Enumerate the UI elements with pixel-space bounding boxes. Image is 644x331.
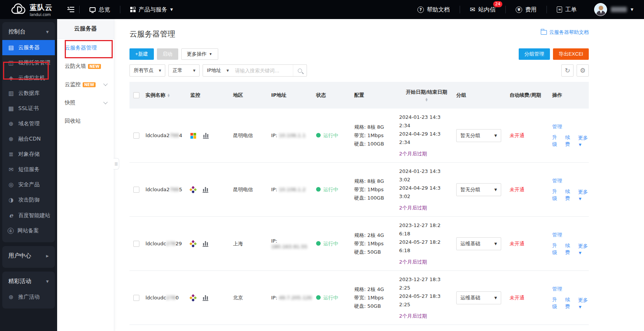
cell-operations: 管理升级续费更多▼ [552,232,593,256]
row-checkbox[interactable] [133,295,139,301]
renew-link[interactable]: 续费 [565,188,574,202]
sidebar-item-virtual-host[interactable]: ◈云虚拟主机 [2,70,55,86]
instance-name[interactable]: ldclouda27995 [145,187,182,192]
row-checkbox[interactable] [133,133,139,139]
sidebar-item-label: 网站备案 [18,227,39,234]
cell-operations: 管理升级续费更多▼ [552,123,593,148]
chevron-down-icon [103,82,107,86]
search-group: IP地址 ▼ [203,64,307,77]
table-header: 实例名称▲▼ 监控 地区 IP地址 状态 配置 开始日期/结束日期 ▲▼ 分组 … [129,82,589,109]
monitor-chart-icon[interactable] [203,295,208,301]
brand-logo[interactable]: 蓝队云 landui.com [0,3,62,17]
sidebar-item-domain[interactable]: ⊕域名管理 [2,116,55,131]
sidebar-item-cloud-server[interactable]: ▤云服务器 [2,40,55,55]
nav-help-docs[interactable]: ? 帮助文档 [407,0,460,19]
renew-link[interactable]: 续费 [565,242,574,256]
create-button[interactable]: +新建 [129,48,154,60]
select-all-checkbox[interactable] [133,92,139,98]
submenu-item[interactable]: 快照 [57,94,114,112]
date-line: 2:25 [399,284,454,292]
group-manage-button[interactable]: 分组管理 [519,48,550,60]
nav-overview[interactable]: 总览 [80,0,120,19]
sidebar-item-label: 云虚拟主机 [18,75,45,82]
sidebar-item-cdn[interactable]: ⊗融合CDN [2,131,55,147]
group-select[interactable]: 运维基础▼ [456,291,501,304]
submenu-item[interactable]: 云服务器管理 [57,39,114,57]
cell-monitor [190,187,233,193]
sidebar-activities[interactable]: 精彩活动 ▼ [2,273,55,289]
more-link[interactable]: 更多▼ [578,243,590,255]
instance-name[interactable]: ldclouda27994 [145,133,182,138]
cell-instance-name: ldcloudc27829 [145,241,190,246]
cloud-database-icon: ▥ [8,90,14,97]
manage-link[interactable]: 管理 [552,232,562,238]
group-select[interactable]: 暂无分组▼ [456,129,501,142]
nav-tickets[interactable]: ≡ 工单 [547,0,586,19]
node-filter-select[interactable]: 所有节点 ▼ [129,64,165,77]
sidebar-user-center[interactable]: 用户中心 ▶ [2,248,55,264]
search-button[interactable] [293,65,307,76]
mail-icon: ✉ [470,6,475,13]
group-select[interactable]: 运维基础▼ [456,237,501,250]
more-link[interactable]: 更多▼ [578,134,590,147]
start-button[interactable]: 启动 [157,48,178,60]
sidebar-item-sms[interactable]: ✉短信服务 [2,162,55,177]
submenu-item[interactable]: 云监控NEW [57,75,114,94]
row-checkbox[interactable] [133,187,139,193]
submenu-title: 云服务器 [57,19,114,39]
more-link[interactable]: 更多▼ [578,189,590,201]
sidebar-item-label: 域名管理 [18,120,40,127]
sidebar-item-promotion[interactable]: ⊛推广活动 [2,289,55,305]
sort-icon[interactable]: ▲▼ [425,98,427,102]
group-select[interactable]: 暂无分组▼ [456,183,501,196]
more-link[interactable]: 更多▼ [578,297,590,309]
sidebar-console-header[interactable]: 控制台 ▼ [2,24,55,40]
instance-name[interactable]: ldcloudc27829 [145,241,182,246]
renew-link[interactable]: 续费 [565,134,574,148]
sidebar-item-baidu-site[interactable]: e百度智能建站 [2,208,55,223]
col-instance-name[interactable]: 实例名称▲▼ [145,92,190,99]
sidebar-item-rental-hosting[interactable]: ◫租用托管管理 [2,55,55,70]
sidebar-item-ssl-cert[interactable]: ▦SSL证书 [2,101,55,116]
nav-fees[interactable]: ¥ 费用 [506,0,547,19]
upgrade-link[interactable]: 升级 [552,134,561,148]
upgrade-link[interactable]: 升级 [552,242,561,256]
search-input[interactable] [233,68,293,74]
monitor-chart-icon[interactable] [203,133,209,139]
row-checkbox[interactable] [133,241,139,247]
export-excel-button[interactable]: 导出EXCEl [553,48,589,60]
submenu-item[interactable]: 云防火墙NEW [57,57,114,75]
refresh-button[interactable]: ↻ [561,64,574,77]
upgrade-link[interactable]: 升级 [552,296,561,310]
monitor-chart-icon[interactable] [203,241,208,247]
col-dates[interactable]: 开始日期/结束日期 ▲▼ [399,89,456,102]
date-line: 2024-01-23 14:3 [399,113,454,122]
more-actions-button[interactable]: 更多操作 ▼ [181,48,218,60]
sidebar-item-attack-defense[interactable]: ◑攻击防御 [2,192,55,208]
cell-group: 运维基础▼ [456,237,510,250]
sidebar-item-icp-filing[interactable]: 备网站备案 [2,223,55,238]
monitor-chart-icon[interactable] [203,187,208,193]
search-type-select[interactable]: IP地址 ▼ [203,65,233,76]
renew-link[interactable]: 续费 [565,296,574,310]
manage-link[interactable]: 管理 [552,124,562,130]
sidebar-item-cloud-database[interactable]: ▥云数据库 [2,86,55,101]
panel-collapse-handle[interactable]: ☰ [113,158,119,169]
manage-link[interactable]: 管理 [552,286,562,292]
manage-link[interactable]: 管理 [552,178,562,184]
instance-name[interactable]: ldcloudc2780 [145,295,179,301]
yen-icon: ¥ [516,6,522,13]
nav-messages[interactable]: ✉ 站内信 24 [460,0,505,19]
upgrade-link[interactable]: 升级 [552,188,561,202]
nav-products[interactable]: 产品与服务 ▼ [120,0,183,19]
sidebar-item-object-storage[interactable]: ≣对象存储 [2,147,55,162]
status-filter-select[interactable]: 正常 ▼ [168,64,200,77]
sidebar-item-security-product[interactable]: ◎安全产品 [2,177,55,192]
sort-icon[interactable]: ▲▼ [168,94,169,98]
submenu-item[interactable]: 回收站 [57,112,114,130]
table-settings-button[interactable]: ⚙ [577,64,589,77]
status-running-dot [316,241,321,246]
user-menu[interactable]: ▼ [586,3,644,16]
sidebar-collapse-icon[interactable] [62,7,79,12]
server-help-doc-link[interactable]: 云服务器帮助文档 [541,29,589,36]
